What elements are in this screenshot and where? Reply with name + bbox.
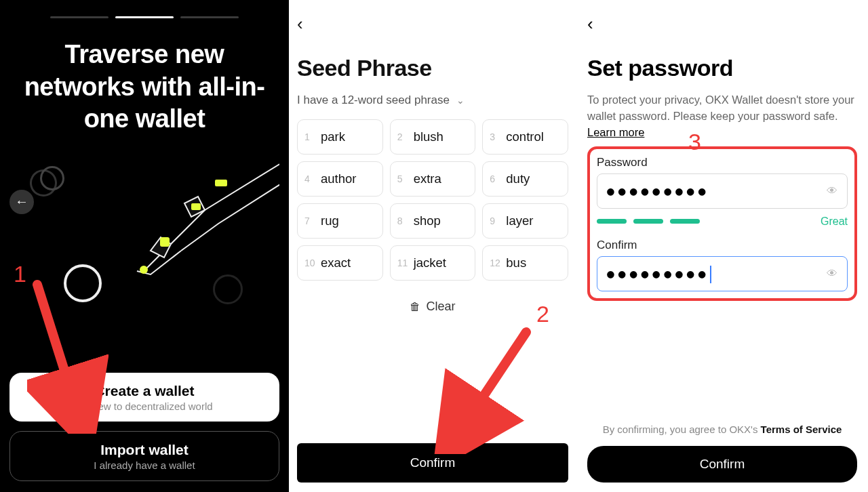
progress-dots [50,16,239,18]
svg-rect-1 [191,203,201,210]
seed-word-input[interactable]: 3control [482,119,568,155]
clear-button[interactable]: 🗑 Clear [297,300,568,314]
seed-word-input[interactable]: 4author [297,161,383,197]
seed-index: 4 [304,173,315,184]
svg-rect-2 [160,237,170,247]
tos-link[interactable]: Terms of Service [761,424,842,435]
annotation-arrow [431,325,540,454]
seed-word-input[interactable]: 12bus [482,245,568,281]
back-button[interactable]: ← [9,190,34,214]
seed-index: 3 [490,131,500,142]
svg-line-5 [458,332,526,434]
hero-illustration: ← [9,149,279,373]
text-cursor [710,266,711,283]
chevron-down-icon: ⌄ [456,95,465,106]
eye-icon[interactable]: 👁 [827,185,837,197]
seed-word: rug [321,213,339,228]
coin-icon [213,274,243,304]
button-title: Create a wallet [19,382,270,399]
confirm-label: Confirm [597,239,848,252]
password-description: To protect your privacy, OKX Wallet does… [587,92,857,141]
seed-word: exact [321,255,351,270]
seed-word: layer [506,213,533,228]
trash-icon: 🗑 [410,301,420,313]
clear-label: Clear [426,300,455,314]
svg-point-3 [140,266,148,274]
onboarding-screen: Traverse new networks with all-in-one wa… [0,0,289,492]
learn-more-link[interactable]: Learn more [587,126,644,138]
svg-rect-0 [215,180,227,186]
seed-word: bus [506,255,526,270]
create-wallet-button[interactable]: Create a wallet I'm new to decentralized… [9,373,279,422]
seed-index: 10 [304,258,315,268]
button-title: Import wallet [20,441,269,458]
page-title: Set password [587,55,857,81]
confirm-label: Confirm [410,455,456,470]
arrow-left-icon: ← [15,194,28,209]
seed-word-input[interactable]: 9layer [482,203,568,239]
set-password-screen: ‹ Set password To protect your privacy, … [576,0,868,492]
seed-word-input[interactable]: 5extra [390,161,476,197]
back-button[interactable]: ‹ [297,14,568,35]
password-fields-group: Password ●●●●●●●●● 👁 Great Confirm ●●●●●… [587,146,857,301]
confirm-password-input[interactable]: ●●●●●●●●● 👁 [597,256,848,291]
seed-index: 7 [304,216,315,226]
seed-word: duty [506,171,530,186]
seed-word-input[interactable]: 6duty [482,161,568,197]
seed-word-input[interactable]: 10exact [297,245,383,281]
seed-index: 6 [490,173,500,184]
confirm-label: Confirm [700,457,745,472]
strength-label: Great [821,216,848,228]
seed-phrase-screen: ‹ Seed Phrase I have a 12-word seed phra… [289,0,576,492]
onboarding-headline: Traverse new networks with all-in-one wa… [9,39,279,136]
button-subtitle: I already have a wallet [20,459,269,471]
seed-word: author [321,171,356,186]
coin-icon [64,264,102,302]
seed-word-input[interactable]: 2blush [390,119,476,155]
seed-word-input[interactable]: 11jacket [390,245,476,281]
seed-word: park [321,129,345,144]
chevron-left-icon: ‹ [297,14,303,34]
masked-value: ●●●●●●●●● [607,266,710,281]
seed-index: 8 [397,216,408,226]
robotic-hand-illustration [69,156,279,332]
seed-index: 9 [490,216,500,226]
chevron-left-icon: ‹ [587,14,593,34]
seed-index: 1 [304,131,315,142]
masked-value: ●●●●●●●●● [607,184,710,198]
password-strength: Great [597,216,848,228]
seed-word-input[interactable]: 8shop [390,203,476,239]
seed-word-input[interactable]: 7rug [297,203,383,239]
seed-index: 11 [397,258,408,268]
confirm-button[interactable]: Confirm [587,446,857,483]
seed-word: blush [414,129,443,144]
tos-disclaimer: By confirming, you agree to OKX's Terms … [587,424,857,435]
seed-grid: 1park2blush3control4author5extra6duty7ru… [297,119,568,281]
page-title: Seed Phrase [297,55,568,81]
button-subtitle: I'm new to decentralized world [19,401,270,412]
back-button[interactable]: ‹ [587,14,857,35]
seed-word: jacket [414,255,446,270]
password-input[interactable]: ●●●●●●●●● 👁 [597,173,848,209]
seed-word: shop [414,213,441,228]
seed-word-input[interactable]: 1park [297,119,383,155]
eye-icon[interactable]: 👁 [827,268,837,280]
seed-index: 12 [490,258,500,268]
seed-word: extra [414,171,441,186]
dropdown-label: I have a 12-word seed phrase [297,94,450,107]
seed-index: 2 [397,131,408,142]
import-wallet-button[interactable]: Import wallet I already have a wallet [9,431,279,481]
password-label: Password [597,156,848,169]
seed-index: 5 [397,173,408,184]
confirm-button[interactable]: Confirm [297,443,568,483]
seed-word: control [506,129,544,144]
seed-length-dropdown[interactable]: I have a 12-word seed phrase ⌄ [297,94,568,107]
